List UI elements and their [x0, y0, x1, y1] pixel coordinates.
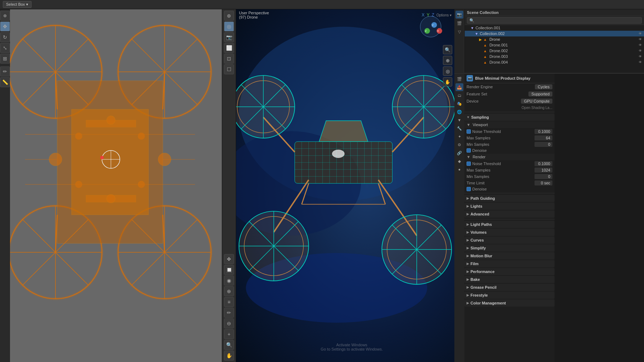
annotate-tool-btn[interactable]: ✏	[0, 66, 10, 76]
wire-overlay-btn[interactable]: ⊡	[224, 54, 234, 64]
denoise-vp-checkbox[interactable]	[467, 148, 471, 153]
render-engine-value[interactable]: Cycles	[535, 84, 552, 89]
modifier-props-icon[interactable]: 🔧	[455, 124, 463, 132]
camera-view-btn[interactable]: 📷	[224, 32, 234, 42]
noise-threshold-vp-checkbox[interactable]	[467, 129, 471, 134]
device-row: Device GPU Compute	[464, 98, 555, 105]
add-btn[interactable]: +	[224, 329, 234, 339]
noise-threshold-vp-value[interactable]: 0.1000	[535, 129, 552, 134]
focus-btn[interactable]: ◎	[443, 66, 452, 76]
scene-icon-filter[interactable]: ▽	[455, 28, 463, 36]
min-samples-r-value[interactable]: 0	[535, 174, 552, 179]
output-props-icon[interactable]: 📤	[455, 83, 463, 91]
simplify-section-header[interactable]: ▶ Simplify	[464, 244, 555, 252]
constraint-props-icon[interactable]: 🔗	[455, 149, 463, 157]
select-box-button[interactable]: Select Box ▾	[3, 1, 31, 8]
xray-btn[interactable]: ☐	[224, 64, 234, 74]
svg-point-40	[138, 133, 145, 140]
move-tool-btn[interactable]: ✥	[0, 21, 10, 31]
drone004-eye[interactable]: 👁	[639, 60, 642, 64]
lights-section-header[interactable]: ▶ Lights	[464, 203, 555, 210]
motion-blur-section-header[interactable]: ▶ Motion Blur	[464, 252, 555, 259]
freestyle-section-header[interactable]: ▶ Freestyle	[464, 292, 555, 299]
film-section-header[interactable]: ▶ Film	[464, 260, 555, 267]
hand-btn[interactable]: ✋	[224, 351, 234, 361]
collection002-eye[interactable]: 👁	[639, 32, 642, 35]
scale-tool-btn[interactable]: ⤡	[0, 43, 10, 53]
min-samples-vp-value[interactable]: 0	[535, 142, 552, 147]
advanced-section-header[interactable]: ▶ Advanced	[464, 210, 555, 218]
drone001-eye[interactable]: 👁	[639, 43, 642, 47]
bake-section-header[interactable]: ▶ Bake	[464, 276, 555, 283]
drone002-eye[interactable]: 👁	[639, 49, 642, 53]
drone-eye[interactable]: 👁	[639, 38, 642, 41]
search2-btn[interactable]: 🔍	[224, 340, 234, 350]
denoise-render-row: Denoise	[464, 186, 555, 192]
zoom-to-fit-btn[interactable]: ⊕	[224, 11, 234, 21]
outliner-item-drone[interactable]: ▶ ▲ Drone 👁	[465, 36, 644, 42]
outliner-item-drone003[interactable]: ▲ Drone.003 👁	[465, 54, 644, 59]
scene-icon-camera[interactable]: 📷	[455, 11, 463, 19]
proportional-btn[interactable]: ◉	[224, 276, 234, 286]
rotate-tool-btn[interactable]: ↻	[0, 32, 10, 42]
drone003-eye[interactable]: 👁	[639, 55, 642, 58]
max-samples-r-value[interactable]: 1024	[535, 168, 552, 173]
measure-tool-btn[interactable]: 📏	[0, 77, 10, 87]
volumes-section-header[interactable]: ▶ Volumes	[464, 229, 555, 236]
physics-props-icon[interactable]: ⚙	[455, 141, 463, 149]
outliner-search-input[interactable]	[467, 17, 642, 24]
device-value[interactable]: GPU Compute	[521, 99, 552, 104]
material-props-icon[interactable]: ●	[455, 165, 463, 173]
cursor-tool-btn[interactable]: ⊕	[0, 11, 10, 21]
sampling-section-header[interactable]: ▼ Sampling	[464, 114, 555, 121]
render-props-icon[interactable]: 🎬	[455, 75, 463, 83]
scene-props-icon[interactable]: 🎭	[455, 100, 463, 108]
max-samples-vp-value[interactable]: 64	[535, 135, 552, 140]
left-viewport[interactable]: ⊕ ✥ ↻ ⤡ ⊞ ✏ 📏	[0, 9, 222, 362]
render-subsection-header[interactable]: ▼ Render	[464, 154, 555, 160]
drone001-icon: ▲	[483, 43, 487, 47]
path-guiding-header[interactable]: ▶ Path Guiding	[464, 195, 555, 202]
zoom-out-btn[interactable]: ⊕	[443, 56, 452, 65]
performance-arrow: ▶	[467, 270, 469, 273]
transform-tool-btn[interactable]: ⊞	[0, 54, 10, 64]
curves-section-header[interactable]: ▶ Curves	[464, 237, 555, 244]
noise-threshold-r-checkbox[interactable]	[467, 162, 471, 166]
color-management-section-header[interactable]: ▶ Color Management	[464, 299, 555, 307]
transform2-btn[interactable]: ⊕	[224, 286, 234, 296]
right-viewport[interactable]: Y Z X User Perspective (97) Drone X Y Z …	[236, 9, 454, 362]
snap-btn[interactable]: 🔲	[224, 265, 234, 275]
data-props-icon[interactable]: ◆	[455, 157, 463, 165]
hand-nav-btn[interactable]: ✋	[443, 77, 452, 86]
object-props-icon[interactable]: ▼	[455, 116, 463, 124]
outliner-item-drone001[interactable]: ▲ Drone.001 👁	[465, 42, 644, 48]
noise-threshold-r-value[interactable]: 0.1000	[535, 161, 552, 166]
outliner-item-drone004[interactable]: ▲ Drone.004 👁	[465, 59, 644, 65]
light-paths-header[interactable]: ▶ Light Paths	[464, 221, 555, 228]
world-props-icon[interactable]: 🌐	[455, 108, 463, 116]
zoom-in-btn[interactable]: 🔍	[443, 45, 452, 54]
feature-set-label: Feature Set	[467, 92, 487, 96]
scene-icon-render[interactable]: 🎬	[455, 19, 463, 27]
outliner-search	[465, 16, 644, 25]
denoise-r-label: Denoise	[472, 187, 487, 191]
particles-props-icon[interactable]: ✦	[455, 133, 463, 140]
outliner-item-collection002[interactable]: ▼ Collection.002 👁	[465, 31, 644, 36]
extras-btn[interactable]: ≡	[224, 297, 234, 307]
performance-section-header[interactable]: ▶ Performance	[464, 268, 555, 275]
outliner-item-drone002[interactable]: ▲ Drone.002 👁	[465, 48, 644, 54]
left-viewport-bg: ⊕ ✥ ↻ ⤡ ⊞ ✏ 📏	[0, 9, 222, 362]
time-limit-value[interactable]: 0 sec	[535, 180, 552, 185]
grease-pencil-section-header[interactable]: ▶ Grease Pencil	[464, 284, 555, 291]
annotate2-btn[interactable]: ✏	[224, 308, 234, 318]
cursor-position-btn[interactable]: ✥	[224, 254, 234, 264]
outliner-item-collection001[interactable]: ▼ Collection.001	[465, 25, 644, 31]
viewport-subsection-header[interactable]: ▼ Viewport	[464, 122, 555, 128]
feature-set-value[interactable]: Supported	[528, 91, 552, 96]
perspective-btn[interactable]: ◎	[224, 21, 234, 31]
local-view-btn[interactable]: ⬜	[224, 43, 234, 53]
viewlayer-props-icon[interactable]: 🗂	[455, 91, 463, 99]
grease-pencil-arrow: ▶	[467, 286, 469, 289]
denoise-r-checkbox[interactable]	[467, 187, 471, 191]
measure2-btn[interactable]: ⊖	[224, 318, 234, 328]
